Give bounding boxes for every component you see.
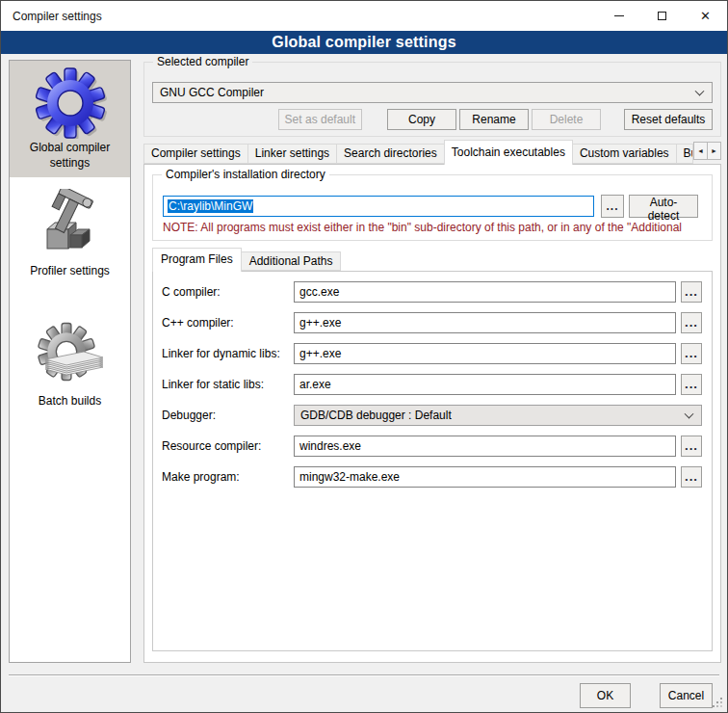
static-linker-label: Linker for static libs:: [162, 378, 294, 391]
compiler-buttons-row: Set as default Copy Rename Delete Reset …: [152, 109, 713, 130]
compiler-select-value: GNU GCC Compiler: [160, 86, 264, 99]
set-as-default-button[interactable]: Set as default: [278, 109, 362, 130]
chevron-down-icon: [695, 87, 705, 96]
selected-compiler-group-label: Selected compiler: [153, 55, 252, 68]
tab-search-directories[interactable]: Search directories: [336, 144, 445, 164]
tab-scroll-left-icon[interactable]: ◄: [693, 142, 708, 160]
installation-dir-note: NOTE: All programs must exist either in …: [163, 221, 708, 234]
form-row-make-program: Make program: ...: [162, 466, 702, 488]
debugger-select[interactable]: GDB/CDB debugger : Default: [294, 405, 702, 426]
gray-gear-paper-stack-icon: [34, 319, 107, 392]
sidebar-item-label: Batch builds: [35, 392, 105, 413]
form-row-cpp-compiler: C++ compiler: ...: [162, 312, 702, 333]
dynamic-linker-label: Linker for dynamic libs:: [162, 347, 294, 360]
sidebar-item-profiler-settings[interactable]: Profiler settings: [10, 184, 130, 290]
program-files-page: C compiler: ... C++ compiler: ... Linker…: [152, 271, 713, 651]
rename-button[interactable]: Rename: [459, 109, 529, 130]
resource-compiler-input[interactable]: [294, 436, 676, 457]
dynamic-linker-browse-button[interactable]: ...: [681, 343, 702, 364]
sidebar-item-label: Profiler settings: [26, 262, 114, 283]
sidebar: Global compiler settings: [9, 60, 131, 663]
caliper-profiler-icon: [34, 189, 107, 262]
tab-build-options[interactable]: Build options: [676, 144, 693, 164]
cpp-compiler-browse-button[interactable]: ...: [681, 312, 702, 333]
c-compiler-label: C compiler:: [162, 285, 294, 299]
resource-compiler-browse-button[interactable]: ...: [681, 436, 702, 457]
titlebar-buttons: ✕: [597, 1, 727, 31]
reset-defaults-button[interactable]: Reset defaults: [624, 109, 713, 130]
form-row-debugger: Debugger: GDB/CDB debugger : Default: [162, 405, 702, 426]
tab-custom-variables[interactable]: Custom variables: [572, 144, 677, 164]
close-button[interactable]: ✕: [684, 1, 727, 31]
window-title: Compiler settings: [1, 10, 102, 23]
cpp-compiler-input[interactable]: [294, 312, 676, 333]
c-compiler-browse-button[interactable]: ...: [681, 281, 702, 303]
maximize-button[interactable]: [640, 1, 684, 31]
tab-linker-settings[interactable]: Linker settings: [247, 144, 337, 164]
chevron-down-icon: [685, 409, 694, 419]
debugger-label: Debugger:: [162, 409, 294, 422]
installation-dir-browse-button[interactable]: ...: [601, 195, 624, 218]
ok-button[interactable]: OK: [580, 683, 631, 708]
compiler-settings-dialog: Compiler settings ✕ Global compiler sett…: [0, 0, 728, 713]
tab-scroll-right-icon[interactable]: ►: [707, 142, 721, 160]
tab-compiler-settings[interactable]: Compiler settings: [143, 144, 248, 164]
footer-divider: [9, 674, 719, 676]
selected-compiler-group: Selected compiler GNU GCC Compiler Set a…: [143, 62, 721, 137]
toolchain-executables-page: Compiler's installation directory C:\ray…: [143, 164, 721, 663]
cancel-button[interactable]: Cancel: [660, 683, 713, 708]
sidebar-item-label: Global compiler settings: [10, 139, 130, 174]
close-icon: ✕: [700, 10, 711, 22]
blue-gear-icon: [34, 66, 107, 139]
dialog-body: Global compiler settings: [1, 54, 727, 712]
c-compiler-input[interactable]: [294, 281, 676, 303]
static-linker-browse-button[interactable]: ...: [681, 374, 702, 395]
form-row-c-compiler: C compiler: ...: [162, 281, 702, 303]
sidebar-item-global-compiler-settings[interactable]: Global compiler settings: [10, 61, 130, 177]
tab-scroller: ◄ ►: [693, 142, 721, 160]
resource-compiler-label: Resource compiler:: [162, 439, 294, 453]
debugger-select-value: GDB/CDB debugger : Default: [300, 409, 452, 422]
compiler-select[interactable]: GNU GCC Compiler: [152, 82, 713, 103]
subtab-program-files[interactable]: Program Files: [152, 248, 242, 272]
titlebar: Compiler settings ✕: [1, 1, 727, 31]
installation-dir-input[interactable]: C:\raylib\MinGW: [163, 196, 594, 217]
form-row-static-linker: Linker for static libs: ...: [162, 374, 702, 395]
installation-dir-selected-text: C:\raylib\MinGW: [168, 199, 253, 213]
auto-detect-button[interactable]: Auto-detect: [629, 195, 698, 218]
resize-grip-icon[interactable]: [712, 697, 723, 708]
static-linker-input[interactable]: [294, 374, 676, 395]
make-program-label: Make program:: [162, 470, 294, 484]
minimize-icon: [614, 15, 624, 16]
cpp-compiler-label: C++ compiler:: [162, 316, 294, 330]
maximize-icon: [658, 12, 666, 20]
make-program-browse-button[interactable]: ...: [681, 466, 702, 488]
delete-button[interactable]: Delete: [532, 109, 601, 130]
form-row-dynamic-linker: Linker for dynamic libs: ...: [162, 343, 702, 364]
copy-button[interactable]: Copy: [387, 109, 456, 130]
installation-directory-group-label: Compiler's installation directory: [162, 168, 329, 181]
dynamic-linker-input[interactable]: [294, 343, 676, 364]
page-title: Global compiler settings: [1, 31, 727, 54]
make-program-input[interactable]: [294, 466, 676, 488]
form-row-resource-compiler: Resource compiler: ...: [162, 436, 702, 457]
main-tabs: Compiler settings Linker settings Search…: [143, 140, 721, 165]
subtab-additional-paths[interactable]: Additional Paths: [241, 251, 342, 271]
tab-toolchain-executables[interactable]: Toolchain executables: [444, 140, 573, 165]
minimize-button[interactable]: [597, 1, 640, 31]
sidebar-item-batch-builds[interactable]: Batch builds: [10, 314, 130, 414]
installation-directory-group: Compiler's installation directory C:\ray…: [152, 174, 713, 241]
executables-subtabs: Program Files Additional Paths: [152, 248, 341, 272]
